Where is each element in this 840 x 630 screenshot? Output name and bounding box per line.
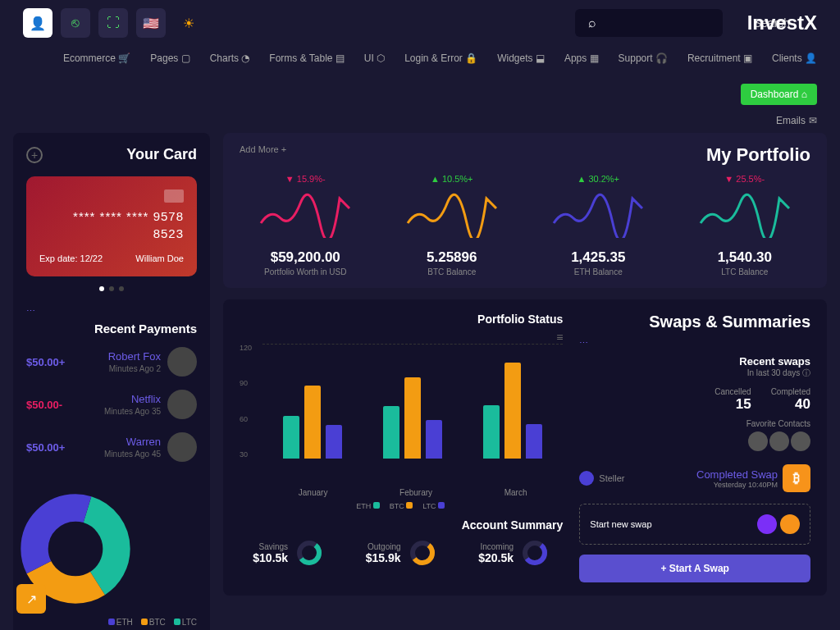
portfolio-title: My Portfolio: [706, 144, 810, 166]
bar[interactable]: [426, 420, 442, 459]
card-number: **** **** **** 9578: [39, 209, 184, 223]
payment-row[interactable]: $50.00+WarrenMinutes Ago 45: [26, 432, 197, 462]
nav-ui[interactable]: UI ⬡: [364, 52, 385, 64]
avatar-icon[interactable]: 👤: [23, 8, 52, 38]
nav-apps[interactable]: Apps ▦: [564, 52, 599, 64]
bar[interactable]: [383, 406, 399, 459]
card-exp: Exp date: 12/22: [39, 253, 103, 263]
swap-time: Yesterday 10:40PM: [696, 481, 778, 489]
chart-title: Portfolio Status: [240, 313, 563, 326]
payments-title: Recent Payments: [26, 322, 197, 336]
sparkline: [256, 189, 354, 238]
avatar: [167, 432, 197, 462]
bar-group: [383, 377, 442, 459]
search-icon: ⌕: [588, 16, 596, 30]
nav-ecommerce[interactable]: Ecommerce 🛒: [63, 52, 130, 64]
bar-group: [483, 363, 542, 459]
corner-action-button[interactable]: ↗: [16, 584, 46, 614]
account-summary-title: Account Summary: [240, 518, 563, 532]
nav-clients[interactable]: Clients 👤: [772, 52, 817, 64]
stat: Completed40: [771, 387, 810, 413]
swaps-title: Swaps & Summaries: [579, 313, 810, 331]
nav-pages[interactable]: Pages ▢: [150, 52, 189, 64]
card-extra: 8523: [39, 226, 184, 240]
search-box[interactable]: ⌕ Search: [575, 9, 723, 37]
card-name: William Doe: [135, 253, 184, 263]
swap-status: Completed Swap: [696, 468, 778, 481]
avatar[interactable]: [748, 431, 768, 451]
brand-logo: InvestX: [747, 11, 817, 34]
avatar[interactable]: [769, 431, 789, 451]
sparkline: [403, 189, 501, 238]
avatar: [167, 347, 197, 377]
add-card-icon[interactable]: +: [26, 147, 43, 163]
mini-donut: [294, 538, 324, 568]
bar[interactable]: [526, 424, 542, 459]
stat: Cancelled15: [714, 387, 751, 413]
nav-dashboard[interactable]: Dashboard ⌂: [741, 84, 817, 105]
nav-charts[interactable]: Charts ◔: [210, 52, 250, 64]
nav-login-error[interactable]: Login & Error 🔒: [404, 52, 477, 64]
bar[interactable]: [504, 363, 521, 459]
flag-icon[interactable]: 🇺🇸: [136, 8, 166, 38]
avatar[interactable]: [791, 431, 810, 451]
start-swap-button[interactable]: + Start A Swap: [579, 555, 810, 582]
tune-icon[interactable]: ⎋: [61, 8, 90, 38]
account-item[interactable]: Incoming$20.5k: [478, 538, 550, 568]
portfolio-item[interactable]: ▲ 30.2%+1,425.35ETH Balance: [532, 174, 664, 276]
bar[interactable]: [326, 425, 342, 459]
card-title: Your Card: [126, 146, 197, 163]
recent-swaps-sub: In last 30 days ⓘ: [579, 368, 810, 379]
sparkline: [549, 189, 647, 238]
card-chip-icon: [164, 189, 184, 203]
payment-row[interactable]: $50.00+Robert FoxMinutes Ago 2: [26, 347, 197, 377]
sparkline: [696, 189, 794, 238]
nav-forms-table[interactable]: Forms & Table ▤: [269, 52, 344, 64]
nav-support[interactable]: Support 🎧: [619, 52, 668, 64]
bar-group: [283, 386, 342, 459]
payment-row[interactable]: $50.00-NetflixMinutes Ago 35: [26, 390, 197, 419]
bar[interactable]: [404, 377, 421, 459]
menu-icon[interactable]: ≡: [240, 331, 563, 344]
eth-icon: [757, 514, 777, 534]
new-swap-box[interactable]: Start new swap: [579, 504, 810, 545]
account-item[interactable]: Savings$10.5k: [253, 538, 324, 568]
theme-icon[interactable]: ☀: [174, 8, 203, 38]
account-item[interactable]: Outgoing$15.9k: [366, 538, 437, 568]
bar[interactable]: [304, 386, 321, 459]
portfolio-item[interactable]: ▼ 15.9%-$59,200.00Portfolio Worth in USD: [240, 174, 372, 276]
recent-swaps-label: Recent swaps: [579, 355, 810, 368]
btc-icon: [780, 514, 800, 534]
portfolio-item[interactable]: ▲ 10.5%+5.25896BTC Balance: [386, 174, 518, 276]
mini-donut: [520, 538, 550, 568]
mini-donut: [408, 538, 437, 568]
bar[interactable]: [283, 416, 299, 459]
add-more-link[interactable]: Add More +: [240, 144, 286, 166]
bitcoin-icon: ₿: [783, 464, 810, 492]
nav-recruitment[interactable]: Recruitment ▣: [687, 52, 752, 64]
nav-widgets[interactable]: Widgets ⬓: [497, 52, 545, 64]
credit-card[interactable]: **** **** **** 9578 8523 Exp date: 12/22…: [26, 176, 197, 276]
fav-contacts-label: Favorite Contacts: [579, 419, 810, 428]
bar[interactable]: [483, 405, 500, 459]
nav-emails[interactable]: Emails ✉: [776, 115, 817, 126]
avatar: [167, 390, 197, 419]
portfolio-item[interactable]: ▼ 25.5%-1,540.30LTC Balance: [679, 174, 811, 276]
stellar-icon: [579, 471, 594, 486]
fullscreen-icon[interactable]: ⛶: [98, 8, 128, 38]
search-input[interactable]: [606, 17, 744, 30]
